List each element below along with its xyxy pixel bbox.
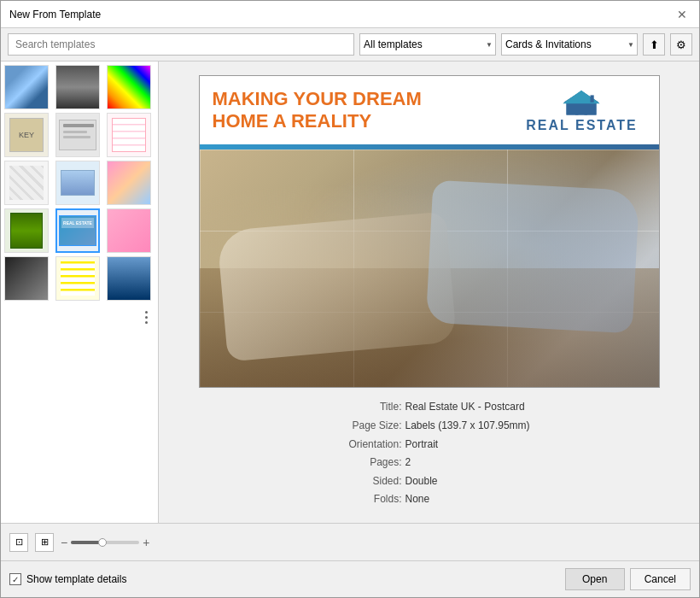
footer-bar: ✓ Show template details Open Cancel — [1, 560, 699, 597]
filter-all-dropdown[interactable]: All templates — [359, 33, 496, 56]
title-bar: New From Template ✕ — [1, 1, 699, 28]
new-from-template-dialog: New From Template ✕ All templates ▼ Card… — [0, 0, 700, 598]
search-input[interactable] — [8, 33, 354, 56]
template-preview: MAKING YOUR DREAM HOME A REALITY — [199, 75, 660, 388]
zoom-actual-icon: ⊞ — [41, 536, 49, 548]
upload-icon: ⬆ — [650, 38, 659, 51]
more-options-button[interactable] — [142, 308, 151, 327]
pages-label: Pages: — [317, 454, 402, 472]
postcard-header-left: MAKING YOUR DREAM HOME A REALITY — [200, 76, 505, 144]
list-item[interactable] — [107, 256, 151, 301]
sided-label: Sided: — [317, 472, 402, 491]
filter-category-dropdown[interactable]: Cards & Invitations — [501, 33, 638, 56]
zoom-plus-icon: + — [143, 536, 149, 549]
list-item[interactable] — [55, 113, 100, 157]
zoom-slider[interactable] — [71, 541, 139, 544]
dot — [145, 311, 148, 314]
info-row-title: Title: Real Estate UK - Postcard — [199, 398, 660, 417]
info-row-sided: Sided: Double — [199, 472, 660, 491]
title-label: Title: — [317, 398, 402, 417]
filter-category-wrapper: Cards & Invitations ▼ — [501, 33, 638, 56]
pages-value: 2 — [405, 454, 542, 472]
page-size-label: Page Size: — [317, 417, 402, 436]
info-row-pagesize: Page Size: Labels (139.7 x 107.95mm) — [199, 417, 660, 436]
list-item[interactable]: REAL ESTATE — [55, 208, 100, 253]
postcard-header-right: REAL ESTATE — [505, 76, 659, 144]
dialog-title: New From Template — [9, 9, 101, 21]
list-item[interactable] — [4, 256, 49, 301]
show-details-checkbox[interactable]: ✓ — [9, 573, 21, 585]
filter-all-wrapper: All templates ▼ — [359, 33, 496, 56]
photo-content — [200, 150, 659, 387]
list-item[interactable]: KEY — [4, 113, 49, 157]
list-item[interactable] — [55, 256, 100, 301]
postcard-header: MAKING YOUR DREAM HOME A REALITY — [200, 76, 659, 144]
house-logo-icon — [556, 88, 607, 118]
sided-value: Double — [405, 472, 542, 491]
thumbnail-grid: KEY — [4, 65, 155, 301]
svg-marker-5 — [563, 90, 600, 103]
settings-icon: ⚙ — [676, 38, 686, 51]
headline-text: MAKING YOUR DREAM HOME A REALITY — [213, 88, 422, 133]
list-item[interactable] — [55, 161, 100, 205]
dot — [145, 321, 148, 324]
show-details-label: Show template details — [26, 573, 126, 585]
orientation-label: Orientation: — [317, 436, 402, 454]
zoom-fit-icon: ⊡ — [15, 536, 23, 548]
settings-button[interactable]: ⚙ — [670, 33, 692, 56]
dot — [145, 316, 148, 319]
template-info: Title: Real Estate UK - Postcard Page Si… — [199, 398, 660, 509]
list-item[interactable] — [4, 208, 49, 253]
orientation-value: Portrait — [405, 436, 542, 454]
zoom-bar: ⊡ ⊞ − + — [1, 523, 699, 560]
toolbar: All templates ▼ Cards & Invitations ▼ ⬆ … — [1, 28, 699, 62]
info-row-orientation: Orientation: Portrait — [199, 436, 660, 454]
page-size-value: Labels (139.7 x 107.95mm) — [405, 417, 542, 436]
zoom-actual-button[interactable]: ⊞ — [35, 533, 54, 552]
show-details-area: ✓ Show template details — [9, 573, 126, 585]
info-row-pages: Pages: 2 — [199, 454, 660, 472]
postcard-photo — [200, 150, 659, 387]
main-content: KEY — [1, 62, 699, 523]
list-item[interactable] — [4, 161, 49, 205]
preview-panel: MAKING YOUR DREAM HOME A REALITY — [159, 62, 699, 523]
svg-rect-4 — [567, 103, 597, 114]
folds-label: Folds: — [317, 490, 402, 509]
cancel-button[interactable]: Cancel — [630, 568, 691, 590]
list-item[interactable] — [4, 65, 49, 109]
list-item[interactable] — [55, 65, 100, 109]
thumbnail-panel: KEY — [1, 62, 159, 523]
svg-rect-6 — [591, 95, 594, 102]
upload-button[interactable]: ⬆ — [643, 33, 665, 56]
footer-buttons: Open Cancel — [565, 568, 691, 590]
list-item[interactable] — [107, 161, 151, 205]
folds-value: None — [405, 490, 542, 509]
title-value: Real Estate UK - Postcard — [405, 398, 542, 417]
zoom-minus-icon: − — [61, 536, 67, 549]
real-estate-logo: REAL ESTATE — [526, 88, 637, 133]
list-item[interactable] — [107, 208, 151, 253]
open-button[interactable]: Open — [565, 568, 625, 590]
info-row-folds: Folds: None — [199, 490, 660, 509]
list-item[interactable] — [107, 65, 151, 109]
zoom-slider-container: − + — [61, 536, 149, 549]
headline-line1: MAKING YOUR DREAM — [213, 88, 422, 110]
logo-text: REAL ESTATE — [526, 118, 637, 133]
headline-line2: HOME A REALITY — [213, 110, 422, 132]
list-item[interactable] — [107, 113, 151, 157]
close-button[interactable]: ✕ — [674, 7, 691, 22]
zoom-slider-thumb[interactable] — [98, 538, 107, 547]
zoom-fit-button[interactable]: ⊡ — [9, 533, 28, 552]
